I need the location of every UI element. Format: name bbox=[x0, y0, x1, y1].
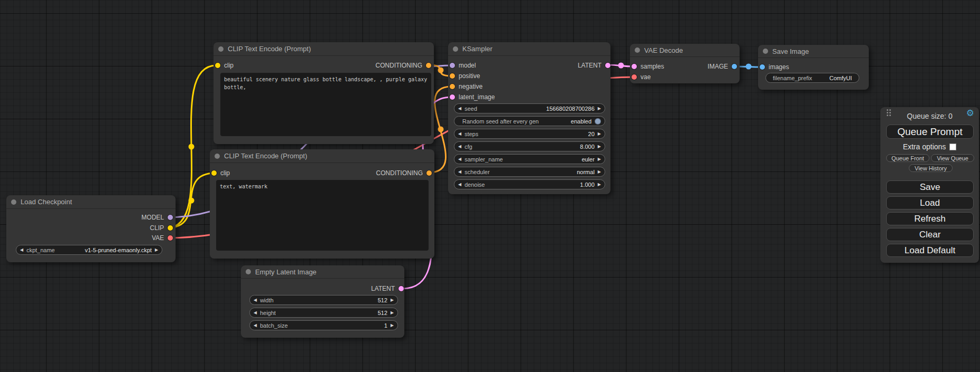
output-port-model[interactable]: MODEL bbox=[141, 213, 173, 222]
input-port-model[interactable]: model bbox=[450, 61, 476, 70]
node-graph-canvas[interactable]: Load Checkpoint MODEL CLIP VAE ◀ ckpt_na… bbox=[0, 0, 980, 372]
settings-gear-icon[interactable]: ⚙ bbox=[966, 108, 974, 119]
output-port-clip[interactable]: CLIP bbox=[150, 224, 173, 232]
steps-widget[interactable]: ◀ steps 20 ▶ bbox=[454, 129, 605, 139]
filename-prefix-widget[interactable]: filename_prefix ComfyUI bbox=[765, 73, 859, 83]
view-queue-button[interactable]: View Queue bbox=[931, 154, 974, 162]
increment-arrow-icon[interactable]: ▶ bbox=[598, 132, 601, 136]
negative-prompt-textarea[interactable]: text, watermark bbox=[216, 180, 429, 251]
load-button[interactable]: Load bbox=[886, 196, 974, 209]
batch-size-widget[interactable]: ◀ batch_size 1 ▶ bbox=[249, 320, 398, 330]
seed-value[interactable]: 156680208700286 bbox=[546, 106, 595, 112]
input-port-vae[interactable]: vae bbox=[632, 73, 651, 81]
batch-size-value[interactable]: 1 bbox=[384, 322, 387, 329]
clip-port-dot[interactable] bbox=[215, 63, 220, 68]
sampler-name-value[interactable]: euler bbox=[581, 156, 594, 163]
steps-value[interactable]: 20 bbox=[588, 131, 595, 137]
node-header[interactable]: Save Image bbox=[758, 45, 869, 58]
conditioning-port-dot[interactable] bbox=[450, 73, 455, 79]
node-save-image[interactable]: Save Image images filename_prefix ComfyU… bbox=[758, 45, 869, 90]
sampler-name-widget[interactable]: ◀ sampler_name euler ▶ bbox=[454, 154, 605, 164]
node-ksampler[interactable]: KSampler model positive negative latent_… bbox=[448, 42, 610, 194]
decrement-arrow-icon[interactable]: ◀ bbox=[254, 311, 257, 315]
output-port-vae[interactable]: VAE bbox=[152, 234, 173, 242]
latent-port-dot[interactable] bbox=[605, 63, 610, 68]
decrement-arrow-icon[interactable]: ◀ bbox=[254, 298, 257, 302]
queue-front-button[interactable]: Queue Front bbox=[886, 154, 929, 162]
clip-port-dot[interactable] bbox=[168, 225, 173, 231]
cfg-widget[interactable]: ◀ cfg 8.000 ▶ bbox=[454, 141, 605, 151]
vae-port-dot[interactable] bbox=[168, 235, 173, 241]
height-value[interactable]: 512 bbox=[377, 310, 387, 316]
node-header[interactable]: VAE Decode bbox=[630, 44, 740, 57]
latent-port-dot[interactable] bbox=[399, 286, 404, 291]
denoise-value[interactable]: 1.000 bbox=[580, 182, 595, 188]
load-default-button[interactable]: Load Default bbox=[886, 244, 974, 257]
random-seed-toggle-widget[interactable]: Random seed after every gen enabled bbox=[454, 116, 605, 126]
ckpt-name-widget[interactable]: ◀ ckpt_name v1-5-pruned-emaonly.ckpt ▶ bbox=[16, 245, 162, 255]
latent-port-dot[interactable] bbox=[450, 94, 455, 100]
node-load-checkpoint[interactable]: Load Checkpoint MODEL CLIP VAE ◀ ckpt_na… bbox=[6, 195, 176, 262]
positive-prompt-textarea[interactable]: beautiful scenery nature glass bottle la… bbox=[220, 73, 431, 136]
queue-prompt-button[interactable]: Queue Prompt bbox=[886, 125, 974, 139]
conditioning-port-dot[interactable] bbox=[450, 84, 455, 89]
output-port-latent[interactable]: LATENT bbox=[578, 61, 610, 70]
node-clip-text-encode-positive[interactable]: CLIP Text Encode (Prompt) clip CONDITION… bbox=[214, 42, 434, 144]
node-vae-decode[interactable]: VAE Decode samples vae IMAGE bbox=[630, 44, 740, 83]
node-empty-latent-image[interactable]: Empty Latent Image LATENT ◀ width 512 ▶ … bbox=[241, 265, 404, 338]
scheduler-widget[interactable]: ◀ scheduler normal ▶ bbox=[454, 167, 605, 177]
ckpt-name-value[interactable]: v1-5-pruned-emaonly.ckpt bbox=[85, 247, 152, 253]
image-port-dot[interactable] bbox=[732, 64, 737, 69]
decrement-arrow-icon[interactable]: ◀ bbox=[458, 183, 461, 187]
clear-button[interactable]: Clear bbox=[886, 228, 974, 241]
decrement-arrow-icon[interactable]: ◀ bbox=[458, 107, 461, 111]
height-widget[interactable]: ◀ height 512 ▶ bbox=[249, 308, 398, 318]
increment-arrow-icon[interactable]: ▶ bbox=[391, 311, 394, 315]
node-header[interactable]: CLIP Text Encode (Prompt) bbox=[214, 42, 434, 56]
node-header[interactable]: CLIP Text Encode (Prompt) bbox=[210, 149, 434, 163]
cfg-value[interactable]: 8.000 bbox=[580, 144, 595, 150]
output-port-conditioning[interactable]: CONDITIONING bbox=[375, 61, 431, 70]
model-port-dot[interactable] bbox=[168, 215, 173, 220]
refresh-button[interactable]: Refresh bbox=[886, 212, 974, 225]
input-port-clip[interactable]: clip bbox=[215, 61, 234, 70]
decrement-arrow-icon[interactable]: ◀ bbox=[458, 170, 461, 174]
extra-options-checkbox[interactable] bbox=[949, 144, 956, 150]
conditioning-port-dot[interactable] bbox=[426, 63, 431, 68]
latent-port-dot[interactable] bbox=[632, 64, 637, 69]
output-port-image[interactable]: IMAGE bbox=[707, 62, 737, 71]
input-port-latent-image[interactable]: latent_image bbox=[450, 93, 495, 101]
denoise-widget[interactable]: ◀ denoise 1.000 ▶ bbox=[454, 179, 605, 189]
seed-widget[interactable]: ◀ seed 156680208700286 ▶ bbox=[454, 103, 605, 113]
input-port-negative[interactable]: negative bbox=[450, 82, 482, 91]
scheduler-value[interactable]: normal bbox=[577, 169, 595, 175]
node-header[interactable]: Load Checkpoint bbox=[6, 195, 176, 209]
input-port-samples[interactable]: samples bbox=[632, 62, 664, 71]
model-port-dot[interactable] bbox=[450, 63, 455, 68]
image-port-dot[interactable] bbox=[760, 64, 765, 70]
save-button[interactable]: Save bbox=[886, 180, 974, 194]
increment-arrow-icon[interactable]: ▶ bbox=[598, 157, 601, 161]
input-port-images[interactable]: images bbox=[760, 63, 789, 71]
output-port-latent[interactable]: LATENT bbox=[371, 284, 404, 293]
node-header[interactable]: KSampler bbox=[448, 42, 610, 56]
vae-port-dot[interactable] bbox=[632, 74, 637, 80]
increment-arrow-icon[interactable]: ▶ bbox=[598, 145, 601, 149]
input-port-clip[interactable]: clip bbox=[211, 169, 230, 177]
increment-arrow-icon[interactable]: ▶ bbox=[598, 170, 601, 174]
width-widget[interactable]: ◀ width 512 ▶ bbox=[249, 295, 398, 305]
increment-arrow-icon[interactable]: ▶ bbox=[598, 183, 601, 187]
decrement-arrow-icon[interactable]: ◀ bbox=[20, 248, 23, 252]
output-port-conditioning[interactable]: CONDITIONING bbox=[376, 169, 432, 177]
node-clip-text-encode-negative[interactable]: CLIP Text Encode (Prompt) clip CONDITION… bbox=[210, 149, 434, 259]
increment-arrow-icon[interactable]: ▶ bbox=[391, 298, 394, 302]
increment-arrow-icon[interactable]: ▶ bbox=[598, 107, 601, 111]
decrement-arrow-icon[interactable]: ◀ bbox=[254, 323, 257, 328]
clip-port-dot[interactable] bbox=[211, 170, 217, 176]
increment-arrow-icon[interactable]: ▶ bbox=[155, 248, 158, 252]
view-history-button[interactable]: View History bbox=[909, 164, 953, 172]
node-header[interactable]: Empty Latent Image bbox=[241, 265, 404, 279]
decrement-arrow-icon[interactable]: ◀ bbox=[458, 157, 461, 161]
filename-prefix-value[interactable]: ComfyUI bbox=[829, 75, 852, 81]
decrement-arrow-icon[interactable]: ◀ bbox=[458, 145, 461, 149]
